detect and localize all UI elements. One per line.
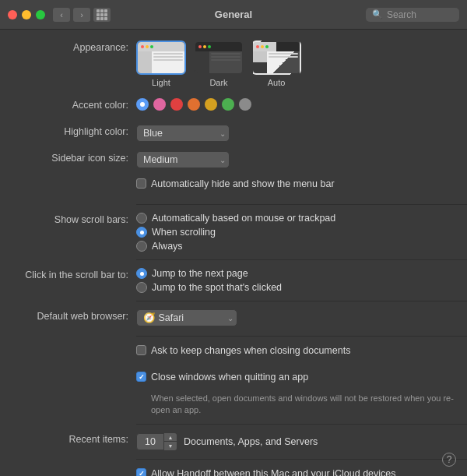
appearance-auto[interactable]: Auto bbox=[251, 41, 301, 87]
appearance-dark[interactable]: Dark bbox=[194, 41, 244, 87]
thumb-dot-green bbox=[208, 45, 211, 48]
search-box[interactable]: 🔍 Search bbox=[366, 8, 459, 22]
close-windows-row: Close windows when quitting an app When … bbox=[0, 371, 467, 416]
menu-bar-row: Automatically hide and show the menu bar bbox=[0, 178, 467, 196]
appearance-auto-label: Auto bbox=[268, 78, 286, 87]
thumb-sidebar-auto bbox=[253, 51, 267, 73]
click-scroll-next-page[interactable]: Jump to the next page bbox=[136, 268, 282, 279]
scroll-bars-scrolling-label: When scrolling bbox=[152, 227, 216, 238]
thumb-bar bbox=[153, 53, 183, 55]
scroll-bars-auto[interactable]: Automatically based on mouse or trackpad bbox=[136, 213, 335, 224]
forward-button[interactable]: › bbox=[73, 8, 90, 22]
accent-blue[interactable] bbox=[136, 98, 149, 111]
menu-bar-checkbox[interactable] bbox=[136, 178, 146, 189]
window-title: General bbox=[215, 9, 252, 20]
highlight-color-select[interactable]: Blue bbox=[136, 125, 230, 142]
radio-scroll-always[interactable] bbox=[136, 241, 147, 252]
thumb-dot-yellow bbox=[146, 45, 149, 48]
fullscreen-button[interactable] bbox=[36, 10, 45, 19]
grid-button[interactable] bbox=[93, 8, 111, 22]
divider-5 bbox=[136, 424, 467, 425]
accent-red[interactable] bbox=[170, 98, 183, 111]
scroll-bars-label: Show scroll bars: bbox=[0, 213, 136, 225]
accent-color-label: Accent color: bbox=[0, 98, 136, 111]
thumb-dot-red bbox=[141, 45, 144, 48]
thumb-top-dark bbox=[195, 42, 242, 51]
ask-keep-checkbox-row: Ask to keep changes when closing documen… bbox=[136, 344, 350, 358]
highlight-color-select-wrapper: Blue ⌄ bbox=[136, 125, 230, 142]
divider-1 bbox=[136, 204, 467, 205]
help-button[interactable]: ? bbox=[442, 453, 456, 467]
radio-scroll-auto[interactable] bbox=[136, 213, 147, 224]
thumb-dot-red bbox=[198, 45, 202, 48]
accent-pink[interactable] bbox=[153, 98, 166, 111]
radio-next-page[interactable] bbox=[136, 268, 147, 279]
stepper-down-button[interactable]: ▼ bbox=[164, 442, 177, 450]
accent-orange[interactable] bbox=[188, 98, 200, 111]
close-windows-label bbox=[0, 371, 136, 372]
menu-bar-label bbox=[0, 178, 136, 179]
browser-select[interactable]: 🧭 Safari bbox=[136, 309, 237, 326]
recent-items-input[interactable] bbox=[136, 433, 164, 450]
click-scroll-row: Click in the scroll bar to: Jump to the … bbox=[0, 268, 467, 293]
accent-colors bbox=[136, 98, 251, 111]
thumb-sidebar-dark bbox=[195, 51, 209, 73]
sidebar-icon-size-select[interactable]: Medium bbox=[136, 151, 230, 168]
appearance-light-label: Light bbox=[152, 78, 170, 87]
sidebar-icon-size-control: Medium ⌄ bbox=[136, 151, 467, 168]
accent-gray[interactable] bbox=[239, 98, 251, 111]
appearance-thumb-light bbox=[136, 41, 186, 75]
nav-buttons: ‹ › bbox=[53, 8, 90, 22]
grid-icon bbox=[97, 9, 107, 20]
menu-bar-control: Automatically hide and show the menu bar bbox=[136, 178, 467, 196]
click-scroll-control: Jump to the next page Jump to the spot t… bbox=[136, 268, 467, 293]
appearance-dark-label: Dark bbox=[209, 78, 227, 87]
handoff-text: Allow Handoff between this Mac and your … bbox=[151, 467, 396, 476]
accent-yellow[interactable] bbox=[205, 98, 217, 111]
browser-label: Default web browser: bbox=[0, 309, 136, 322]
appearance-thumb-dark bbox=[194, 41, 244, 75]
ask-keep-checkbox[interactable] bbox=[136, 345, 146, 355]
scroll-bars-always[interactable]: Always bbox=[136, 241, 335, 252]
sidebar-icon-size-select-wrapper: Medium ⌄ bbox=[136, 151, 230, 168]
highlight-color-label: Highlight color: bbox=[0, 125, 136, 137]
close-button[interactable] bbox=[8, 10, 17, 19]
thumb-sidebar bbox=[138, 51, 152, 73]
scroll-bars-radio-group: Automatically based on mouse or trackpad… bbox=[136, 213, 335, 252]
recent-items-label: Recent items: bbox=[0, 432, 136, 445]
browser-select-wrapper: 🧭 Safari ⌄ bbox=[136, 309, 237, 326]
scroll-bars-scrolling[interactable]: When scrolling bbox=[136, 227, 335, 238]
back-button[interactable]: ‹ bbox=[53, 8, 70, 22]
close-windows-checkbox[interactable] bbox=[136, 372, 146, 382]
divider-3 bbox=[136, 301, 467, 301]
handoff-checkbox[interactable] bbox=[136, 468, 146, 476]
search-icon: 🔍 bbox=[372, 9, 383, 19]
click-scroll-spot[interactable]: Jump to the spot that's clicked bbox=[136, 282, 282, 293]
minimize-button[interactable] bbox=[22, 10, 31, 19]
recent-items-control: ▲ ▼ Documents, Apps, and Servers bbox=[136, 432, 467, 451]
close-windows-checkbox-row: Close windows when quitting an app bbox=[136, 371, 467, 385]
stepper-up-button[interactable]: ▲ bbox=[164, 433, 177, 442]
thumb-dot-yellow bbox=[203, 45, 206, 48]
thumb-bar bbox=[211, 53, 241, 55]
titlebar: ‹ › General 🔍 Search bbox=[0, 0, 467, 30]
recent-items-row: Recent items: ▲ ▼ Documents, Apps, and S… bbox=[0, 432, 467, 451]
appearance-thumb-auto bbox=[251, 41, 301, 75]
radio-scroll-scrolling[interactable] bbox=[136, 227, 147, 238]
ask-keep-label bbox=[0, 344, 136, 346]
appearance-light[interactable]: Light bbox=[136, 41, 186, 87]
scroll-bars-control: Automatically based on mouse or trackpad… bbox=[136, 213, 467, 252]
thumb-content-auto bbox=[267, 51, 300, 73]
thumb-dot-green bbox=[265, 45, 269, 48]
next-page-label: Jump to the next page bbox=[152, 268, 248, 279]
close-windows-text: Close windows when quitting an app bbox=[151, 371, 308, 385]
divider-4 bbox=[136, 336, 467, 337]
accent-green[interactable] bbox=[222, 98, 234, 111]
handoff-label bbox=[0, 467, 136, 469]
radio-spot[interactable] bbox=[136, 282, 147, 293]
appearance-control: Light bbox=[136, 41, 467, 87]
divider-2 bbox=[136, 259, 467, 260]
menu-bar-checkbox-row: Automatically hide and show the menu bar bbox=[136, 178, 335, 192]
thumb-top-auto bbox=[253, 42, 300, 51]
thumb-bar bbox=[269, 56, 298, 58]
